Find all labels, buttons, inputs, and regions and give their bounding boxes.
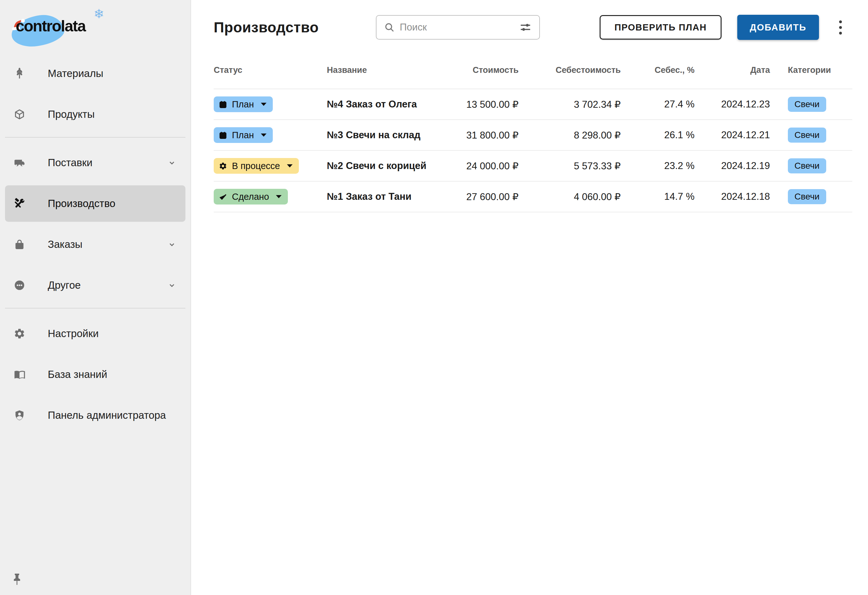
chevron-down-icon: [167, 158, 177, 168]
sidebar-item-label: Панель администратора: [48, 409, 166, 421]
table-header-row: Статус Название Стоимость Себестоимость …: [214, 52, 852, 89]
status-badge[interactable]: План: [214, 127, 273, 143]
row-cost-price: 3 702.34 ₽: [518, 99, 621, 110]
row-cost: 24 000.00 ₽: [453, 160, 518, 172]
row-name: №3 Свечи на склад: [327, 130, 453, 141]
page-header: Производство ПРОВЕРИТЬ ПЛАН ДОБАВИТЬ: [214, 14, 852, 41]
sidebar-item-label: Поставки: [48, 157, 92, 169]
row-name: №2 Свечи с корицей: [327, 160, 453, 172]
filter-tune-icon[interactable]: [519, 21, 532, 34]
search-icon: [384, 22, 395, 33]
row-date: 2024.12.19: [695, 160, 770, 172]
caret-down-icon: [260, 102, 267, 106]
snowflake-icon: ❄: [94, 7, 104, 20]
column-header-cost-pct: Себес., %: [621, 65, 695, 75]
row-cost: 13 500.00 ₽: [453, 99, 518, 110]
status-label: Сделано: [232, 191, 269, 202]
row-name: №1 Заказ от Тани: [327, 191, 453, 202]
caret-down-icon: [275, 194, 282, 199]
sidebar-item-label: Производство: [48, 197, 115, 209]
category-chip[interactable]: Свечи: [788, 158, 826, 174]
table-row[interactable]: План №3 Свечи на склад 31 800.00 ₽ 8 298…: [214, 120, 852, 151]
search-input[interactable]: [400, 22, 519, 33]
column-header-status: Статус: [214, 65, 327, 75]
row-cost-price: 8 298.00 ₽: [518, 130, 621, 141]
sidebar-item-label: Продукты: [48, 108, 94, 120]
sidebar-item-settings[interactable]: Настройки: [5, 315, 185, 352]
sidebar-item-other[interactable]: Другое: [5, 267, 185, 303]
row-cost-pct: 27.4 %: [621, 99, 695, 110]
sidebar-item-supplies[interactable]: Поставки: [5, 144, 185, 181]
truck-icon: [13, 156, 26, 169]
calendar-icon: [219, 100, 227, 109]
sidebar-item-materials[interactable]: Материалы: [5, 55, 185, 92]
main-content: Производство ПРОВЕРИТЬ ПЛАН ДОБАВИТЬ Ста…: [191, 0, 868, 595]
sidebar-item-production[interactable]: Производство: [5, 186, 185, 222]
brand-name: controlata: [16, 17, 86, 35]
table-row[interactable]: В процессе №2 Свечи с корицей 24 000.00 …: [214, 151, 852, 181]
pin-sidebar-icon[interactable]: [11, 573, 23, 587]
status-badge[interactable]: В процессе: [214, 158, 299, 174]
wheat-icon: [13, 67, 26, 80]
table-row[interactable]: План №4 Заказ от Олега 13 500.00 ₽ 3 702…: [214, 89, 852, 120]
row-date: 2024.12.23: [695, 99, 770, 110]
sidebar-item-orders[interactable]: Заказы: [5, 226, 185, 263]
book-icon: [13, 368, 26, 381]
column-header-cost: Стоимость: [453, 65, 518, 75]
production-table: Статус Название Стоимость Себестоимость …: [214, 52, 852, 212]
category-chip[interactable]: Свечи: [788, 97, 826, 112]
search-box: [376, 15, 540, 40]
caret-down-icon: [286, 163, 293, 168]
sidebar-item-knowledge-base[interactable]: База знаний: [5, 356, 185, 393]
check-icon: [219, 193, 227, 201]
shield-person-icon: [13, 409, 26, 421]
status-label: План: [232, 99, 254, 110]
category-chip[interactable]: Свечи: [788, 189, 826, 204]
tools-icon: [13, 197, 26, 210]
row-cost-pct: 23.2 %: [621, 160, 695, 172]
row-cost: 31 800.00 ₽: [453, 130, 518, 141]
row-name: №4 Заказ от Олега: [327, 99, 453, 110]
row-cost-price: 4 060.00 ₽: [518, 191, 621, 203]
sidebar-item-label: Другое: [48, 279, 81, 291]
column-header-date: Дата: [695, 65, 770, 75]
dots-circle-icon: [13, 279, 26, 292]
caret-down-icon: [260, 133, 267, 137]
shopping-bag-icon: [13, 238, 26, 251]
status-badge[interactable]: План: [214, 96, 273, 112]
chevron-down-icon: [167, 281, 177, 290]
table-row[interactable]: Сделано №1 Заказ от Тани 27 600.00 ₽ 4 0…: [214, 181, 852, 212]
calendar-icon: [219, 131, 227, 140]
gear-icon: [219, 162, 227, 170]
check-plan-button[interactable]: ПРОВЕРИТЬ ПЛАН: [599, 15, 722, 40]
status-label: В процессе: [232, 161, 280, 171]
row-cost-pct: 26.1 %: [621, 130, 695, 141]
status-badge[interactable]: Сделано: [214, 189, 288, 205]
sidebar-divider: [5, 308, 185, 308]
row-cost-pct: 14.7 %: [621, 191, 695, 202]
row-cost: 27 600.00 ₽: [453, 191, 518, 203]
package-icon: [13, 108, 26, 121]
sidebar-item-label: База знаний: [48, 368, 107, 380]
sidebar-divider: [5, 137, 185, 138]
brand-logo[interactable]: controlata ❄: [9, 9, 122, 47]
column-header-categories: Категории: [770, 65, 850, 75]
kebab-menu-icon[interactable]: [837, 19, 843, 36]
sidebar-item-label: Настройки: [48, 328, 99, 340]
sidebar-item-admin-panel[interactable]: Панель администратора: [5, 397, 185, 433]
sidebar-item-label: Заказы: [48, 239, 82, 250]
chevron-down-icon: [167, 240, 177, 249]
gear-icon: [13, 327, 26, 340]
status-label: План: [232, 130, 254, 140]
row-date: 2024.12.21: [695, 130, 770, 141]
sidebar-item-products[interactable]: Продукты: [5, 96, 185, 133]
category-chip[interactable]: Свечи: [788, 128, 826, 143]
row-cost-price: 5 573.33 ₽: [518, 160, 621, 172]
column-header-name: Название: [327, 65, 453, 75]
sidebar: controlata ❄ Материалы: [0, 0, 191, 595]
sidebar-nav: Материалы Продукты Поставки: [0, 0, 190, 433]
sidebar-item-label: Материалы: [48, 68, 103, 80]
row-date: 2024.12.18: [695, 191, 770, 202]
add-button[interactable]: ДОБАВИТЬ: [737, 15, 819, 40]
column-header-cost-price: Себестоимость: [518, 65, 621, 75]
